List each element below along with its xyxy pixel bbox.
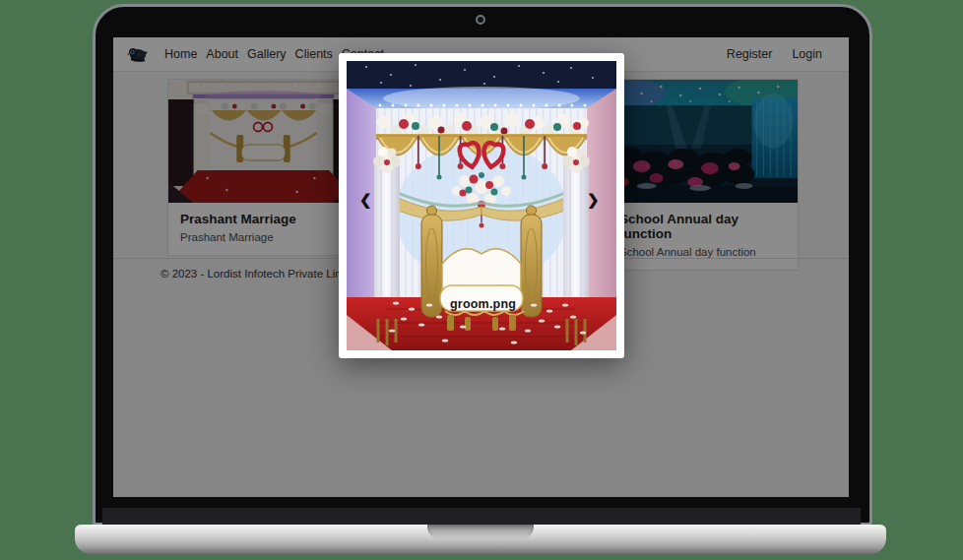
laptop-hinge bbox=[102, 508, 861, 526]
lightbox-modal: ❮ ❯ groom.png bbox=[339, 53, 624, 358]
lightbox-next-button[interactable]: ❯ bbox=[587, 192, 600, 207]
laptop-base-notch bbox=[427, 525, 534, 538]
lightbox-prev-button[interactable]: ❮ bbox=[359, 192, 372, 207]
lightbox-caption: groom.png bbox=[450, 297, 516, 311]
webcam-icon bbox=[476, 15, 485, 25]
desktop-background: { "navbar": { "links": ["Home", "About",… bbox=[0, 0, 963, 560]
browser-viewport: Home About Gallery Clients Contact Regis… bbox=[113, 37, 849, 497]
